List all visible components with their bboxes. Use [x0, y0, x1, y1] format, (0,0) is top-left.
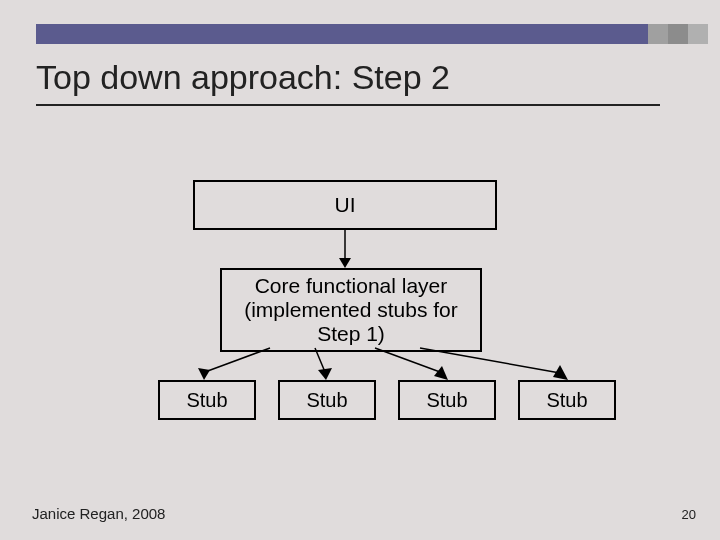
- svg-marker-7: [434, 366, 448, 380]
- svg-marker-3: [198, 368, 210, 380]
- footer-author: Janice Regan, 2008: [32, 505, 165, 522]
- svg-marker-5: [318, 368, 332, 380]
- stub-box: Stub: [518, 380, 616, 420]
- page-number: 20: [682, 507, 696, 522]
- diagram-area: UI Core functional layer (implemented st…: [0, 0, 720, 540]
- stub-box: Stub: [278, 380, 376, 420]
- stub-box: Stub: [398, 380, 496, 420]
- stub-box: Stub: [158, 380, 256, 420]
- core-layer-box: Core functional layer (implemented stubs…: [220, 268, 482, 352]
